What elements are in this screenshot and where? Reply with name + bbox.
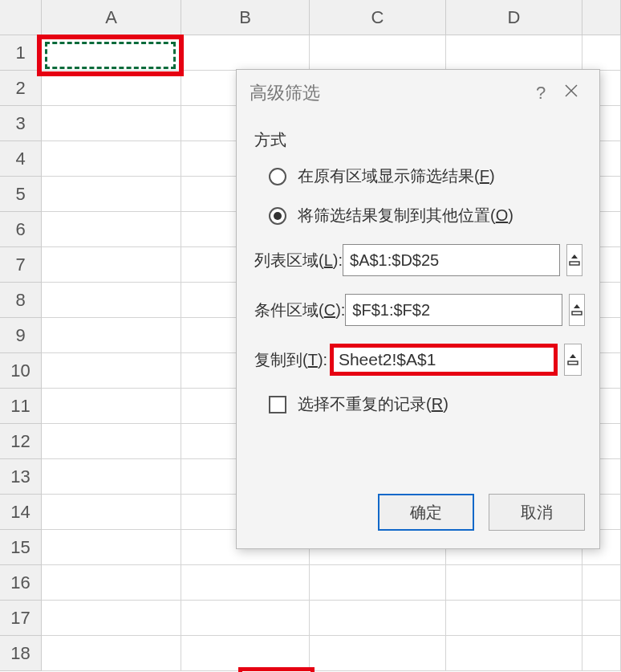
svg-rect-4 (568, 361, 578, 365)
row-header[interactable]: 15 (0, 530, 42, 565)
collapse-dialog-icon (570, 303, 584, 317)
radio-icon (269, 168, 286, 185)
cell[interactable] (42, 35, 181, 71)
cell[interactable] (446, 636, 582, 671)
cell[interactable] (42, 318, 181, 353)
cell[interactable] (446, 601, 582, 636)
copy-to-range-picker[interactable] (564, 344, 582, 376)
method-section-label: 方式 (254, 129, 582, 151)
cell[interactable] (310, 565, 446, 601)
ok-button[interactable]: 确定 (378, 494, 474, 531)
row-header[interactable]: 3 (0, 106, 42, 141)
cell[interactable] (42, 71, 181, 106)
cell[interactable] (42, 495, 181, 530)
col-header-d[interactable]: D (446, 0, 582, 35)
cell[interactable] (42, 636, 181, 671)
annotation-highlight-bottom (238, 667, 315, 672)
col-header-blank (582, 0, 621, 35)
cell[interactable] (42, 601, 181, 636)
cell[interactable] (42, 283, 181, 318)
cell[interactable] (446, 565, 582, 601)
checkbox-label: 选择不重复的记录(R) (298, 393, 448, 415)
row-header[interactable]: 14 (0, 495, 42, 530)
cell[interactable] (42, 247, 181, 283)
cell[interactable] (181, 636, 310, 671)
cell[interactable] (181, 565, 310, 601)
criteria-range-label: 条件区域(C): (254, 299, 345, 321)
row-header[interactable]: 4 (0, 141, 42, 177)
cell[interactable] (582, 565, 621, 601)
col-header-b[interactable]: B (181, 0, 310, 35)
row-header[interactable]: 1 (0, 35, 42, 71)
list-range-picker[interactable] (566, 244, 582, 276)
row-header[interactable]: 12 (0, 424, 42, 459)
cell[interactable] (42, 212, 181, 247)
radio-label: 在原有区域显示筛选结果(F) (298, 165, 495, 187)
cell[interactable] (42, 106, 181, 141)
cell[interactable] (42, 389, 181, 424)
svg-rect-3 (572, 312, 582, 315)
cell[interactable] (42, 459, 181, 495)
close-button[interactable] (556, 83, 586, 104)
grid-row: 18 (0, 636, 621, 671)
cell[interactable] (42, 141, 181, 177)
cell[interactable] (310, 35, 446, 71)
row-header[interactable]: 9 (0, 318, 42, 353)
cell[interactable] (582, 636, 621, 671)
cell[interactable] (582, 601, 621, 636)
help-button[interactable]: ? (526, 83, 556, 104)
collapse-dialog-icon (567, 253, 582, 267)
cell[interactable] (42, 177, 181, 212)
checkbox-icon (269, 396, 286, 413)
row-header[interactable]: 17 (0, 601, 42, 636)
column-headers: A B C D (0, 0, 621, 35)
row-header[interactable]: 18 (0, 636, 42, 671)
row-header[interactable]: 8 (0, 283, 42, 318)
radio-icon (269, 207, 286, 225)
cell[interactable] (181, 601, 310, 636)
svg-rect-2 (570, 262, 579, 265)
cancel-button[interactable]: 取消 (489, 494, 585, 531)
list-range-label: 列表区域(L): (254, 250, 343, 271)
radio-filter-in-place[interactable]: 在原有区域显示筛选结果(F) (269, 165, 582, 187)
unique-records-checkbox[interactable]: 选择不重复的记录(R) (269, 393, 582, 415)
cell[interactable] (582, 35, 621, 71)
copy-to-label: 复制到(T): (254, 349, 330, 371)
row-header[interactable]: 7 (0, 247, 42, 283)
copy-to-input[interactable] (330, 344, 558, 376)
criteria-range-picker[interactable] (569, 294, 585, 326)
cell[interactable] (42, 353, 181, 389)
radio-copy-to-location[interactable]: 将筛选结果复制到其他位置(O) (269, 205, 582, 226)
grid-row: 1 (0, 35, 621, 71)
cell[interactable] (42, 424, 181, 459)
close-icon (563, 83, 579, 99)
row-header[interactable]: 5 (0, 177, 42, 212)
row-header[interactable]: 13 (0, 459, 42, 495)
cell[interactable] (181, 35, 310, 71)
cell[interactable] (446, 35, 582, 71)
grid-row: 16 (0, 565, 621, 601)
dialog-titlebar[interactable]: 高级筛选 ? (237, 70, 599, 116)
radio-label: 将筛选结果复制到其他位置(O) (298, 205, 513, 226)
row-header[interactable]: 11 (0, 389, 42, 424)
advanced-filter-dialog: 高级筛选 ? 方式 在原有区域显示筛选结果(F) 将筛选结果复制到其他位置(O)… (236, 69, 600, 549)
col-header-a[interactable]: A (42, 0, 181, 35)
row-header[interactable]: 6 (0, 212, 42, 247)
cell[interactable] (310, 636, 446, 671)
cell[interactable] (310, 601, 446, 636)
row-header[interactable]: 2 (0, 71, 42, 106)
col-header-c[interactable]: C (310, 0, 446, 35)
list-range-input[interactable] (343, 244, 560, 276)
row-header[interactable]: 16 (0, 565, 42, 601)
collapse-dialog-icon (566, 352, 580, 367)
grid-row: 17 (0, 601, 621, 636)
cell[interactable] (42, 530, 181, 565)
select-all-corner[interactable] (0, 0, 42, 35)
criteria-range-input[interactable] (345, 294, 562, 326)
cell[interactable] (42, 565, 181, 601)
dialog-title: 高级筛选 (250, 81, 320, 105)
row-header[interactable]: 10 (0, 353, 42, 389)
